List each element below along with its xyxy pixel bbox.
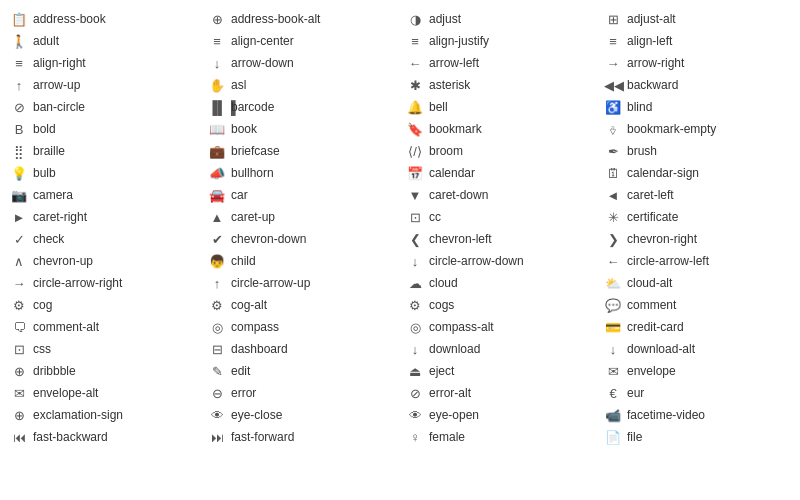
icon-item-caret-down: ▼caret-down	[400, 184, 598, 206]
adjust-icon: ◑	[406, 12, 424, 27]
align-right-icon: ≡	[10, 56, 28, 71]
calendar-icon: 📅	[406, 166, 424, 181]
bell-label: bell	[429, 100, 448, 114]
icon-item-cog-alt: ⚙cog-alt	[202, 294, 400, 316]
circle-arrow-up-label: circle-arrow-up	[231, 276, 310, 290]
bookmark-label: bookmark	[429, 122, 482, 136]
envelope-label: envelope	[627, 364, 676, 378]
icon-item-caret-left: ◄caret-left	[598, 184, 796, 206]
camera-label: camera	[33, 188, 73, 202]
caret-left-icon: ◄	[604, 188, 622, 203]
caret-right-label: caret-right	[33, 210, 87, 224]
brush-icon: ✒	[604, 144, 622, 159]
icon-item-exclamation-sign: ⊕exclamation-sign	[4, 404, 202, 426]
exclamation-sign-label: exclamation-sign	[33, 408, 123, 422]
dribbble-label: dribbble	[33, 364, 76, 378]
dribbble-icon: ⊕	[10, 364, 28, 379]
compass-icon: ◎	[208, 320, 226, 335]
barcode-label: barcode	[231, 100, 274, 114]
icon-item-broom: ⟨/⟩broom	[400, 140, 598, 162]
icon-item-barcode: ▐▌▐barcode	[202, 96, 400, 118]
chevron-right-icon: ❯	[604, 232, 622, 247]
icon-item-chevron-right: ❯chevron-right	[598, 228, 796, 250]
briefcase-icon: 💼	[208, 144, 226, 159]
bulb-label: bulb	[33, 166, 56, 180]
barcode-icon: ▐▌▐	[208, 100, 226, 115]
address-book-alt-label: address-book-alt	[231, 12, 320, 26]
icon-item-female: ♀female	[400, 426, 598, 448]
bold-icon: B	[10, 122, 28, 137]
address-book-label: address-book	[33, 12, 106, 26]
edit-icon: ✎	[208, 364, 226, 379]
female-label: female	[429, 430, 465, 444]
icon-item-briefcase: 💼briefcase	[202, 140, 400, 162]
icon-item-comment: 💬comment	[598, 294, 796, 316]
icon-item-certificate: ✳certificate	[598, 206, 796, 228]
compass-alt-label: compass-alt	[429, 320, 494, 334]
calendar-sign-icon: 🗓	[604, 166, 622, 181]
caret-up-label: caret-up	[231, 210, 275, 224]
icon-item-compass: ◎compass	[202, 316, 400, 338]
icon-item-book: 📖book	[202, 118, 400, 140]
arrow-up-icon: ↑	[10, 78, 28, 93]
icon-item-chevron-down: ✔chevron-down	[202, 228, 400, 250]
icon-item-adjust: ◑adjust	[400, 8, 598, 30]
icon-item-calendar-sign: 🗓calendar-sign	[598, 162, 796, 184]
cog-alt-icon: ⚙	[208, 298, 226, 313]
chevron-down-label: chevron-down	[231, 232, 306, 246]
download-label: download	[429, 342, 480, 356]
comment-alt-label: comment-alt	[33, 320, 99, 334]
eye-close-icon: 👁	[208, 408, 226, 423]
icon-item-braille: ⣿braille	[4, 140, 202, 162]
circle-arrow-right-label: circle-arrow-right	[33, 276, 122, 290]
arrow-down-label: arrow-down	[231, 56, 294, 70]
error-alt-icon: ⊘	[406, 386, 424, 401]
icon-grid: 📋address-book⊕address-book-alt◑adjust⊞ad…	[0, 0, 800, 456]
fast-backward-icon: ⏮	[10, 430, 28, 445]
icon-item-credit-card: 💳credit-card	[598, 316, 796, 338]
adjust-alt-icon: ⊞	[604, 12, 622, 27]
icon-item-eye-close: 👁eye-close	[202, 404, 400, 426]
icon-item-cloud-alt: ⛅cloud-alt	[598, 272, 796, 294]
adjust-alt-label: adjust-alt	[627, 12, 676, 26]
icon-item-align-right: ≡align-right	[4, 52, 202, 74]
icon-item-cloud: ☁cloud	[400, 272, 598, 294]
align-left-label: align-left	[627, 34, 672, 48]
file-icon: 📄	[604, 430, 622, 445]
icon-item-arrow-right: →arrow-right	[598, 52, 796, 74]
braille-label: braille	[33, 144, 65, 158]
icon-item-circle-arrow-left: ←circle-arrow-left	[598, 250, 796, 272]
caret-down-icon: ▼	[406, 188, 424, 203]
asl-icon: ✋	[208, 78, 226, 93]
icon-item-blind: ♿blind	[598, 96, 796, 118]
icon-item-eject: ⏏eject	[400, 360, 598, 382]
error-alt-label: error-alt	[429, 386, 471, 400]
envelope-alt-icon: ✉	[10, 386, 28, 401]
adult-icon: 🚶	[10, 34, 28, 49]
icon-item-comment-alt: 🗨comment-alt	[4, 316, 202, 338]
icon-item-circle-arrow-down: ↓circle-arrow-down	[400, 250, 598, 272]
icon-item-dribbble: ⊕dribbble	[4, 360, 202, 382]
eye-close-label: eye-close	[231, 408, 282, 422]
comment-alt-icon: 🗨	[10, 320, 28, 335]
asterisk-label: asterisk	[429, 78, 470, 92]
ban-circle-icon: ⊘	[10, 100, 28, 115]
circle-arrow-left-label: circle-arrow-left	[627, 254, 709, 268]
icon-item-car: 🚘car	[202, 184, 400, 206]
dashboard-icon: ⊟	[208, 342, 226, 357]
calendar-label: calendar	[429, 166, 475, 180]
eye-open-icon: 👁	[406, 408, 424, 423]
icon-item-css: ⊡css	[4, 338, 202, 360]
female-icon: ♀	[406, 430, 424, 445]
caret-right-icon: ►	[10, 210, 28, 225]
icon-item-download-alt: ↓download-alt	[598, 338, 796, 360]
calendar-sign-label: calendar-sign	[627, 166, 699, 180]
icon-item-error: ⊖error	[202, 382, 400, 404]
book-icon: 📖	[208, 122, 226, 137]
arrow-right-label: arrow-right	[627, 56, 684, 70]
braille-icon: ⣿	[10, 144, 28, 159]
file-label: file	[627, 430, 642, 444]
icon-item-address-book: 📋address-book	[4, 8, 202, 30]
align-justify-label: align-justify	[429, 34, 489, 48]
bell-icon: 🔔	[406, 100, 424, 115]
